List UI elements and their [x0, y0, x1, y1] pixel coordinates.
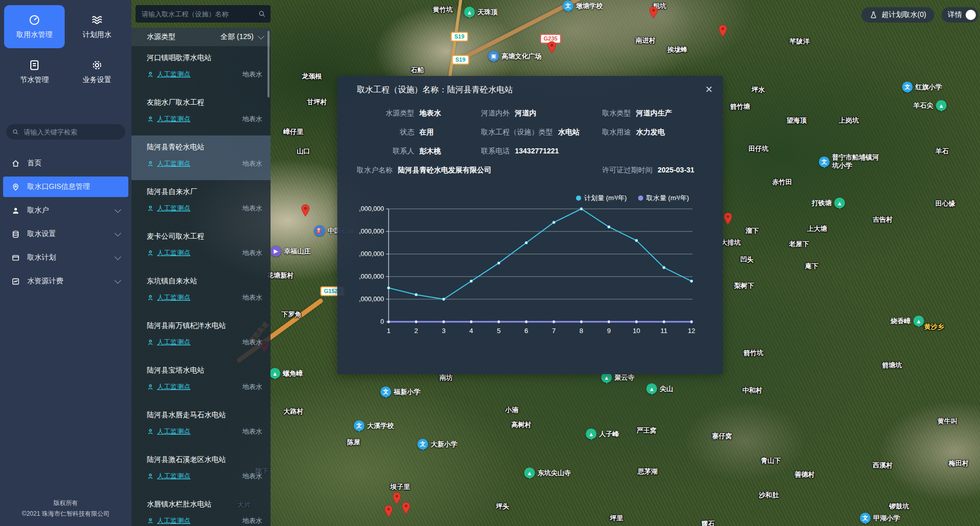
bill-icon: [11, 277, 20, 286]
map-place-label: 坝子里: [390, 482, 410, 492]
toggle-knob[interactable]: [966, 10, 976, 20]
field-label: 取水工程（设施）类型: [481, 128, 553, 137]
facility-list-item[interactable]: 河口镇唱歌潭水电站人工监测点地表水: [131, 46, 271, 91]
map-poi-building[interactable]: ▣高塘文化广场: [488, 51, 542, 62]
svg-text:5: 5: [497, 327, 501, 335]
detail-toggle[interactable]: 详情: [941, 7, 978, 23]
intake-plan-chart: 01,000,0002,000,0003,000,0004,000,0005,0…: [359, 205, 709, 338]
map-place-label: 梨树下: [734, 281, 754, 290]
app-button-1[interactable]: 取用水管理: [4, 5, 65, 48]
red-map-pin[interactable]: [722, 211, 734, 227]
map-poi-mount[interactable]: ▲尖山: [646, 383, 673, 394]
facility-list-item[interactable]: 陆河县宝塔水电站人工监测点地表水: [131, 359, 271, 403]
map-poi-school[interactable]: 文甲湖小学: [860, 513, 900, 523]
flask-icon: [870, 11, 877, 19]
scrollbar-thumb[interactable]: [267, 31, 270, 98]
app-button-3[interactable]: 节水管理: [4, 50, 65, 93]
red-map-pin[interactable]: [717, 24, 728, 39]
facility-list-item[interactable]: 陆河县南万镇杞洋水电站人工监测点地表水: [131, 314, 271, 359]
gear-icon: [91, 59, 103, 71]
monitor-type-link[interactable]: 人工监测点: [157, 70, 190, 79]
map-poi-mount[interactable]: 打铁塘▲: [812, 198, 845, 208]
map-poi-school[interactable]: 文福新小学: [380, 386, 420, 397]
facility-list-item[interactable]: 陆河县水唇走马石水电站人工监测点地表水: [131, 403, 271, 448]
monitor-type-link[interactable]: 人工监测点: [157, 472, 190, 481]
monitor-type-link[interactable]: 人工监测点: [157, 114, 190, 124]
chevron-down-icon[interactable]: [258, 33, 264, 40]
app-button-2[interactable]: 计划用水: [67, 5, 127, 48]
over-plan-intake-button[interactable]: 超计划取水(0): [861, 7, 934, 23]
sidebar: 取用水管理计划用水节水管理业务设置 首页取水口GIS信息管理取水户取水设置取水计…: [0, 0, 131, 526]
map-place-label: 上岗坑: [839, 116, 859, 125]
close-icon[interactable]: ×: [705, 85, 713, 94]
map-poi-mount[interactable]: 烧香嶂▲: [891, 316, 924, 326]
detail-cell: 状态在用: [357, 128, 481, 137]
map-poi-mount[interactable]: ▲螺角嶂: [270, 368, 303, 379]
legend-label: 取水量 (m³/年): [646, 193, 689, 203]
monitor-type-link[interactable]: 人工监测点: [157, 516, 190, 525]
map-poi-school[interactable]: 文墩塘学校: [563, 1, 603, 11]
facility-search-input[interactable]: [141, 10, 255, 18]
svg-text:12: 12: [688, 327, 695, 335]
monitor-type-link[interactable]: 人工监测点: [157, 427, 190, 436]
monitor-type-link[interactable]: 人工监测点: [157, 159, 190, 168]
map-poi-play[interactable]: ▶幸福山庄: [271, 246, 311, 257]
search-icon[interactable]: [258, 10, 265, 18]
map-poi-school[interactable]: 文红旗小学: [902, 82, 942, 92]
map-place-label: 黄沙乡: [924, 322, 944, 332]
map-poi-mount[interactable]: ▲人子峰: [586, 428, 619, 439]
legend-item[interactable]: 计划量 (m³/年): [576, 193, 627, 203]
sidebar-item-label: 取水设置: [27, 229, 108, 239]
map-poi-mount[interactable]: ▲东坑尖山寺: [524, 467, 571, 478]
facility-list-item[interactable]: 东坑镇自来水站人工监测点地表水: [131, 269, 271, 314]
copyright-line1: 版权所有: [0, 498, 131, 509]
mount-icon: ▲: [936, 100, 947, 111]
monitor-type-link[interactable]: 人工监测点: [157, 204, 190, 213]
facility-list-item[interactable]: 陆河县青砼水电站人工监测点地表水: [131, 135, 271, 180]
poi-label: 大溪学校: [367, 421, 394, 431]
red-map-pin[interactable]: [648, 5, 659, 21]
sidebar-item-4[interactable]: 取水设置: [3, 224, 128, 244]
source-type-filter[interactable]: 水源类型 全部 (125): [131, 28, 271, 46]
red-map-pin[interactable]: [300, 203, 311, 219]
map-poi-school[interactable]: 文大新小学: [417, 439, 457, 450]
chevron-down-icon: [114, 277, 121, 284]
filter-value[interactable]: 全部 (125): [220, 32, 254, 42]
facility-name: 陆河县自来水厂: [147, 187, 262, 197]
filter-label: 水源类型: [147, 32, 220, 42]
sidebar-item-2[interactable]: 取水口GIS信息管理: [3, 177, 128, 197]
sidebar-search[interactable]: [6, 124, 125, 140]
water-source-type: 地表水: [242, 293, 262, 302]
sidebar-item-5[interactable]: 取水计划: [3, 247, 128, 268]
red-map-pin[interactable]: [400, 501, 412, 516]
map-poi-mount[interactable]: ▲天珠顶: [464, 7, 497, 17]
detail-cell: 河道内外河道内: [481, 109, 602, 118]
sidebar-search-input[interactable]: [23, 128, 119, 137]
red-map-pin[interactable]: [546, 40, 558, 55]
facility-list-item[interactable]: 麦卡公司取水工程人工监测点地表水: [131, 225, 271, 269]
legend-item[interactable]: 取水量 (m³/年): [638, 193, 689, 203]
sidebar-item-1[interactable]: 首页: [3, 153, 128, 173]
map-place-label: 溜下: [745, 226, 759, 236]
facility-list-item[interactable]: 友能水厂取水工程人工监测点地表水: [131, 91, 271, 135]
facility-search[interactable]: [136, 5, 271, 23]
svg-text:11: 11: [661, 327, 668, 335]
monitor-type-link[interactable]: 人工监测点: [157, 248, 190, 258]
map-poi-school[interactable]: 文大溪学校: [354, 420, 394, 431]
monitor-type-link[interactable]: 人工监测点: [157, 382, 190, 392]
facility-list-item[interactable]: 水唇镇水栏肚水电站人工监测点地表水: [131, 493, 271, 526]
map-poi-school[interactable]: 文普宁市船埔镇河坑小学: [819, 153, 881, 170]
app-label: 取用水管理: [16, 30, 52, 40]
detail-row: 联系人彭木桃联系电话13432771221: [357, 147, 709, 156]
facility-list-item[interactable]: 陆河县激石溪老区水电站人工监测点地表水: [131, 448, 271, 493]
monitor-type-link[interactable]: 人工监测点: [157, 293, 190, 302]
facility-list-item[interactable]: 陆河县自来水厂人工监测点地表水: [131, 180, 271, 225]
poi-label: 红旗小学: [915, 83, 942, 92]
sidebar-item-3[interactable]: 取水户: [3, 200, 128, 221]
red-map-pin[interactable]: [383, 504, 394, 519]
sidebar-item-6[interactable]: 水资源计费: [3, 271, 128, 291]
map-poi-mount[interactable]: 羊石尖▲: [913, 100, 947, 111]
sidebar-menu: 首页取水口GIS信息管理取水户取水设置取水计划水资源计费: [0, 153, 131, 291]
app-button-4[interactable]: 业务设置: [67, 50, 127, 93]
monitor-type-link[interactable]: 人工监测点: [157, 338, 190, 347]
